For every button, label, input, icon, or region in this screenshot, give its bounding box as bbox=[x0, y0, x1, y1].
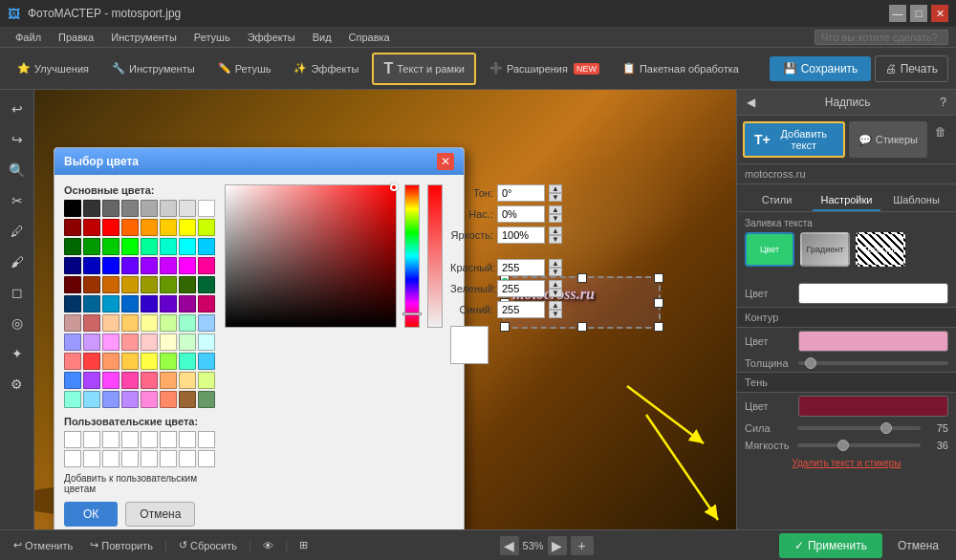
basic-color-cell[interactable] bbox=[102, 276, 120, 293]
basic-color-cell[interactable] bbox=[141, 276, 158, 293]
custom-color-cell[interactable] bbox=[102, 431, 120, 448]
resize-handle-mr[interactable] bbox=[654, 298, 663, 308]
basic-color-cell[interactable] bbox=[121, 391, 139, 408]
basic-color-cell[interactable] bbox=[160, 257, 177, 274]
basic-color-cell[interactable] bbox=[179, 276, 196, 293]
basic-color-cell[interactable] bbox=[64, 353, 81, 370]
basic-color-cell[interactable] bbox=[121, 334, 139, 351]
basic-color-cell[interactable] bbox=[179, 257, 196, 274]
custom-color-cell[interactable] bbox=[121, 431, 139, 448]
basic-color-cell[interactable] bbox=[160, 372, 177, 389]
menu-search-input[interactable] bbox=[815, 30, 948, 45]
reset-button[interactable]: ↺ Сбросить bbox=[173, 537, 243, 553]
basic-color-cell[interactable] bbox=[141, 200, 158, 217]
custom-color-cell[interactable] bbox=[179, 431, 196, 448]
basic-color-cell[interactable] bbox=[179, 238, 196, 255]
blue-spinner[interactable]: ▲ ▼ bbox=[549, 301, 562, 318]
tone-input[interactable] bbox=[497, 184, 545, 202]
basic-color-cell[interactable] bbox=[64, 276, 81, 293]
basic-color-cell[interactable] bbox=[102, 295, 120, 312]
fit-button[interactable]: ⊞ bbox=[293, 537, 314, 553]
tab-settings[interactable]: Настройки bbox=[813, 190, 880, 211]
basic-color-cell[interactable] bbox=[102, 200, 120, 217]
basic-color-cell[interactable] bbox=[160, 200, 177, 217]
basic-color-cell[interactable] bbox=[102, 372, 120, 389]
basic-color-cell[interactable] bbox=[121, 238, 139, 255]
basic-color-cell[interactable] bbox=[160, 391, 177, 408]
resize-handle-tr[interactable] bbox=[654, 273, 663, 283]
custom-color-cell[interactable] bbox=[141, 450, 158, 467]
basic-color-cell[interactable] bbox=[102, 257, 120, 274]
basic-color-cell[interactable] bbox=[141, 372, 158, 389]
redo-tool[interactable]: ↪ bbox=[4, 126, 31, 153]
custom-color-cell[interactable] bbox=[198, 450, 215, 467]
custom-color-cell[interactable] bbox=[102, 450, 120, 467]
text-frames-button[interactable]: T Текст и рамки bbox=[372, 53, 476, 85]
basic-color-cell[interactable] bbox=[121, 314, 139, 332]
sat-down[interactable]: ▼ bbox=[549, 214, 562, 223]
view-button[interactable]: 👁 bbox=[257, 538, 279, 553]
undo-tool[interactable]: ↩ bbox=[4, 96, 31, 122]
close-button[interactable]: ✕ bbox=[931, 5, 948, 22]
basic-color-cell[interactable] bbox=[179, 353, 196, 370]
sat-spinner[interactable]: ▲ ▼ bbox=[549, 205, 562, 223]
green-up[interactable]: ▲ bbox=[549, 280, 562, 289]
tone-spinner[interactable]: ▲ ▼ bbox=[549, 184, 562, 202]
basic-color-cell[interactable] bbox=[102, 353, 120, 370]
retouch-button[interactable]: ✏️ Ретушь bbox=[208, 53, 281, 85]
resize-handle-br[interactable] bbox=[654, 322, 663, 332]
fill-gradient-option[interactable]: Градиент bbox=[800, 232, 850, 267]
softness-slider[interactable] bbox=[797, 443, 921, 447]
basic-color-cell[interactable] bbox=[121, 200, 139, 217]
basic-color-cell[interactable] bbox=[198, 295, 215, 312]
basic-color-cell[interactable] bbox=[179, 295, 196, 312]
basic-color-cell[interactable] bbox=[141, 353, 158, 370]
tab-styles[interactable]: Стили bbox=[743, 190, 811, 211]
basic-color-cell[interactable] bbox=[83, 257, 100, 274]
red-input[interactable] bbox=[497, 259, 545, 276]
print-button[interactable]: 🖨 Печать bbox=[875, 55, 948, 82]
basic-color-cell[interactable] bbox=[83, 334, 100, 351]
basic-color-cell[interactable] bbox=[179, 372, 196, 389]
paint-tool[interactable]: 🖌 bbox=[4, 248, 31, 275]
basic-color-cell[interactable] bbox=[83, 314, 100, 332]
basic-color-cell[interactable] bbox=[102, 391, 120, 408]
green-input[interactable] bbox=[497, 280, 545, 297]
color-picker-dialog[interactable]: Выбор цвета ✕ Основные цвета: Пользовате… bbox=[54, 147, 465, 529]
basic-color-cell[interactable] bbox=[141, 295, 158, 312]
tab-templates[interactable]: Шаблоны bbox=[882, 190, 950, 211]
zoom-tool[interactable]: 🔍 bbox=[4, 157, 31, 183]
custom-color-cell[interactable] bbox=[160, 431, 177, 448]
basic-color-cell[interactable] bbox=[198, 200, 215, 217]
basic-color-cell[interactable] bbox=[102, 219, 120, 236]
gradient-color-square[interactable] bbox=[225, 184, 397, 328]
stickers-button[interactable]: 💬 Стикеры bbox=[849, 121, 927, 158]
basic-color-cell[interactable] bbox=[141, 219, 158, 236]
blue-input[interactable] bbox=[497, 301, 545, 318]
sat-up[interactable]: ▲ bbox=[549, 205, 562, 214]
basic-color-cell[interactable] bbox=[83, 372, 100, 389]
basic-color-cell[interactable] bbox=[198, 219, 215, 236]
basic-color-cell[interactable] bbox=[160, 314, 177, 332]
custom-color-cell[interactable] bbox=[83, 450, 100, 467]
basic-color-cell[interactable] bbox=[64, 334, 81, 351]
basic-color-cell[interactable] bbox=[102, 314, 120, 332]
crop-tool[interactable]: ✂ bbox=[4, 187, 31, 214]
basic-color-cell[interactable] bbox=[141, 238, 158, 255]
basic-color-cell[interactable] bbox=[141, 391, 158, 408]
basic-color-cell[interactable] bbox=[64, 295, 81, 312]
menu-retouch[interactable]: Ретушь bbox=[186, 30, 238, 45]
menu-help[interactable]: Справка bbox=[341, 30, 398, 45]
custom-color-cell[interactable] bbox=[64, 431, 81, 448]
menu-file[interactable]: Файл bbox=[8, 30, 49, 45]
basic-color-cell[interactable] bbox=[121, 257, 139, 274]
basic-color-cell[interactable] bbox=[141, 257, 158, 274]
outline-color-swatch[interactable] bbox=[798, 331, 948, 352]
basic-color-cell[interactable] bbox=[64, 257, 81, 274]
basic-color-cell[interactable] bbox=[160, 334, 177, 351]
fill-texture-option[interactable]: Текстура bbox=[856, 232, 905, 267]
green-spinner[interactable]: ▲ ▼ bbox=[549, 280, 562, 297]
basic-color-cell[interactable] bbox=[64, 219, 81, 236]
instruments-button[interactable]: 🔧 Инструменты bbox=[102, 53, 205, 85]
basic-color-cell[interactable] bbox=[141, 314, 158, 332]
